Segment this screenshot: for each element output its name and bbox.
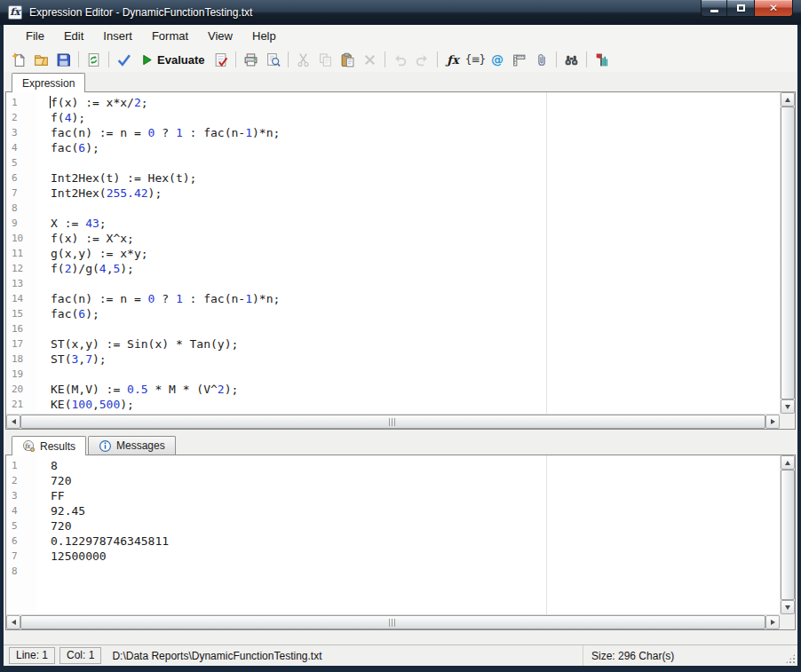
editor-horizontal-scrollbar[interactable]	[6, 414, 780, 429]
scroll-right-button[interactable]	[765, 415, 780, 429]
evaluate-button[interactable]: Evaluate	[136, 50, 209, 70]
arrow-left-icon	[12, 620, 16, 625]
new-file-button[interactable]	[9, 50, 29, 70]
editor-viewport[interactable]: 123456789101112131415161718192021 f(x) :…	[6, 92, 780, 414]
results-vertical-scrollbar[interactable]	[780, 455, 795, 614]
scroll-left-button[interactable]	[6, 615, 20, 629]
paperclip-icon	[534, 52, 549, 67]
toolbar-separator	[288, 51, 289, 67]
fx-badge-icon: fx	[22, 439, 36, 453]
attachment-button[interactable]	[531, 50, 551, 70]
thumb-grip-icon	[389, 619, 397, 627]
menu-format[interactable]: Format	[142, 27, 198, 45]
format-braces-button[interactable]: {≡}	[464, 50, 485, 70]
function-fx-icon: ƒx	[447, 53, 458, 67]
refresh-button[interactable]	[83, 50, 104, 70]
code-line: KE(M,V) := 0.5 * M * (V^2);	[51, 382, 780, 397]
braces-icon: {≡}	[465, 53, 485, 66]
redo-icon	[415, 52, 430, 67]
menu-edit[interactable]: Edit	[54, 27, 93, 45]
scrollbar-thumb[interactable]	[781, 107, 795, 399]
code-line: fac(6);	[51, 306, 780, 321]
toolbar-separator	[586, 51, 587, 67]
print-button[interactable]	[241, 50, 261, 70]
bottom-gap	[4, 630, 797, 644]
app-logo-button[interactable]	[591, 50, 612, 70]
title-bar[interactable]: fx Expression Editor - DynamicFunctionTe…	[0, 0, 801, 25]
new-file-icon	[12, 52, 27, 67]
minimize-button[interactable]	[701, 0, 727, 17]
scroll-up-button[interactable]	[781, 455, 795, 470]
scroll-down-button[interactable]	[781, 399, 795, 414]
tab-expression[interactable]: Expression	[12, 73, 85, 92]
refresh-icon	[86, 52, 101, 67]
open-file-button[interactable]	[31, 50, 52, 70]
menu-insert[interactable]: Insert	[93, 27, 142, 45]
menu-file[interactable]: File	[16, 27, 54, 45]
status-file-path: D:\Data Reports\DynamicFunctionTesting.t…	[112, 650, 321, 662]
validate-button[interactable]	[114, 50, 134, 70]
menu-view[interactable]: View	[198, 27, 242, 45]
arrow-right-icon	[771, 419, 775, 424]
redo-button	[412, 50, 432, 70]
scroll-left-button[interactable]	[6, 415, 20, 429]
paste-button[interactable]	[337, 50, 358, 70]
maximize-button[interactable]	[727, 0, 754, 17]
editor-code-area[interactable]: f(x) := x*x/2;f(4);fac(n) := n = 0 ? 1 :…	[6, 92, 780, 414]
tab-results-label: Results	[40, 440, 75, 453]
code-line	[51, 564, 780, 579]
results-horizontal-scrollbar[interactable]	[6, 614, 780, 629]
scroll-up-button[interactable]	[781, 92, 795, 107]
menu-bar: File Edit Insert Format View Help	[4, 25, 797, 47]
scrollbar-corner	[780, 614, 795, 629]
scroll-down-button[interactable]	[781, 600, 795, 614]
check-icon	[116, 52, 131, 67]
find-button[interactable]	[561, 50, 582, 70]
toolbar: Evaluate ƒx {≡} @	[4, 47, 797, 72]
tab-results[interactable]: fx Results	[12, 436, 86, 455]
code-line: ST(x,y) := Sin(x) * Tan(y);	[51, 336, 780, 352]
status-size-indicator: Size: 296 Char(s)	[583, 645, 674, 666]
app-logo-icon	[594, 52, 609, 67]
code-line: f(x) := X^x;	[51, 231, 780, 246]
editor-vertical-scrollbar[interactable]	[780, 92, 795, 414]
tab-messages[interactable]: Messages	[88, 436, 176, 455]
save-button[interactable]	[53, 50, 74, 70]
scissors-icon	[296, 52, 311, 67]
binoculars-icon	[564, 52, 579, 67]
at-reference-button[interactable]: @	[487, 50, 507, 70]
tab-messages-label: Messages	[116, 439, 165, 452]
code-line: Int2Hex(255.42);	[51, 186, 780, 201]
code-line	[51, 367, 780, 382]
evaluate-report-button[interactable]	[210, 50, 231, 70]
code-line: 8	[51, 458, 780, 473]
close-button[interactable]: ✕	[754, 0, 793, 17]
code-line: 0.122978746345811	[51, 534, 780, 549]
toolbar-separator	[108, 51, 109, 67]
results-panel: 12345678 8720FF92.457200.122978746345811…	[5, 455, 796, 630]
function-button[interactable]: ƒx	[442, 50, 463, 70]
delete-button	[360, 50, 380, 70]
at-icon: @	[491, 52, 504, 67]
resize-grip-icon[interactable]	[785, 653, 796, 664]
menu-help[interactable]: Help	[242, 27, 286, 45]
scrollbar-thumb[interactable]	[20, 415, 765, 429]
scrollbar-thumb[interactable]	[781, 470, 795, 600]
scrollbar-thumb[interactable]	[20, 615, 765, 629]
code-line	[51, 321, 780, 336]
cut-button	[293, 50, 313, 70]
code-line: f(2)/g(4,5);	[51, 261, 780, 276]
window-title: Expression Editor - DynamicFunctionTesti…	[29, 6, 252, 19]
status-line-indicator: Line: 1	[9, 647, 55, 664]
copy-icon	[318, 52, 333, 67]
results-viewport[interactable]: 12345678 8720FF92.457200.122978746345811…	[6, 455, 780, 614]
arrow-down-icon	[785, 605, 790, 610]
print-preview-button[interactable]	[263, 50, 283, 70]
code-line	[51, 276, 780, 291]
thumb-grip-icon	[389, 418, 397, 426]
tab-expression-label: Expression	[22, 77, 75, 90]
ruler-button[interactable]	[509, 50, 529, 70]
toolbar-separator	[437, 51, 438, 67]
scroll-right-button[interactable]	[765, 615, 780, 629]
code-line: KE(100,500);	[51, 397, 780, 412]
